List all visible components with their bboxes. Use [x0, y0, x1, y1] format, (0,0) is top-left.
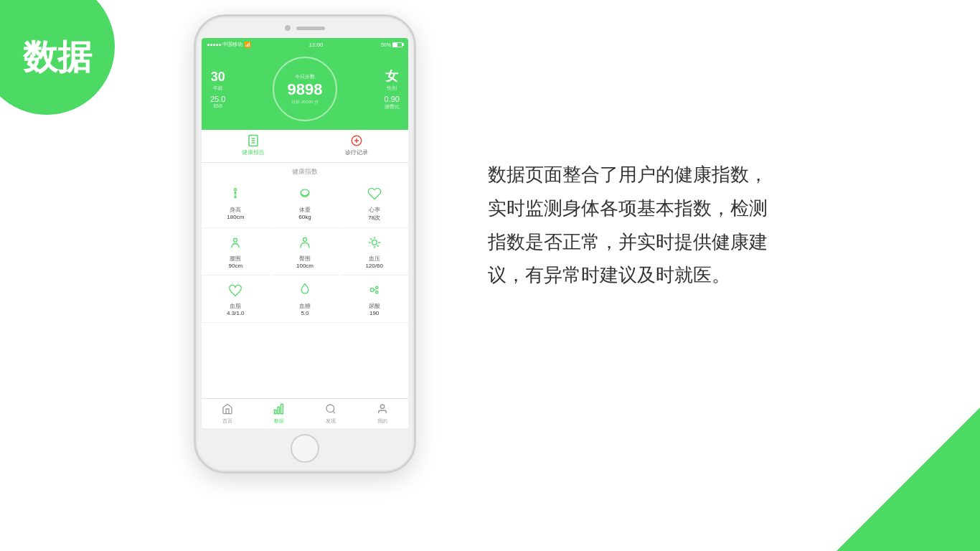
health-item-icon: [367, 187, 382, 204]
health-item-name: 体重: [299, 206, 311, 214]
tab-health-report-label: 健康报告: [242, 149, 265, 156]
nav-label: 发现: [326, 418, 336, 425]
health-item-value: 120/60: [365, 263, 382, 269]
health-item-icon: [367, 235, 382, 253]
nav-label: 首页: [222, 418, 232, 425]
badge-label: 数据: [23, 34, 92, 80]
ratio-label: 腰臀比: [385, 103, 400, 110]
health-item-name: 腰围: [230, 255, 241, 263]
health-item-icon: [228, 187, 242, 204]
bmi-label: BMI: [213, 103, 222, 108]
svg-point-4: [234, 238, 237, 242]
phone-camera: [285, 25, 291, 31]
tab-medical-records[interactable]: 诊疗记录: [305, 130, 408, 162]
app-tabs: 健康报告 诊疗记录: [202, 130, 408, 163]
steps-target: 目标 20000 步: [291, 99, 319, 105]
health-item-value: 60kg: [298, 214, 311, 220]
health-item-value: 100cm: [296, 263, 314, 269]
phone-top-bar: [285, 25, 325, 31]
description-block: 数据页面整合了用户的健康指数，实时监测身体各项基本指数，检测指数是否正常，并实时…: [488, 158, 847, 292]
health-item-name: 身高: [230, 206, 241, 214]
health-item-name: 尿酸: [369, 302, 380, 310]
app-header: 30 年龄 25.0 BMI 今日步数 9898 目标 20000 步 女: [202, 51, 408, 130]
steps-today-label: 今日步数: [295, 73, 315, 80]
decorative-triangle: [837, 408, 980, 551]
svg-point-14: [380, 405, 384, 408]
ratio-value: 0.90: [385, 95, 400, 103]
svg-point-5: [303, 237, 306, 241]
stat-age: 30 年龄 25.0 BMI: [210, 70, 225, 108]
status-bar: 中国移动 📶 12:00 50%: [202, 38, 408, 51]
svg-point-6: [372, 240, 377, 245]
health-item-value: 4.3/1.0: [227, 310, 244, 316]
description-text: 数据页面整合了用户的健康指数，实时监测身体各项基本指数，检测指数是否正常，并实时…: [488, 158, 847, 292]
phone-screen: 中国移动 📶 12:00 50% 30 年龄: [202, 38, 408, 428]
health-item[interactable]: 身高 180cm: [202, 181, 270, 228]
health-item-icon: [228, 283, 242, 301]
home-button[interactable]: [291, 434, 319, 463]
nav-item-我的[interactable]: 我的: [357, 399, 408, 428]
phone-speaker: [296, 27, 325, 30]
status-time: 12:00: [308, 42, 323, 48]
nav-label: 数据: [274, 418, 284, 425]
age-value: 30: [211, 70, 225, 85]
health-item-icon: [298, 187, 312, 204]
nav-item-发现[interactable]: 发现: [305, 399, 357, 428]
health-item-icon: [298, 283, 312, 301]
tab-medical-records-label: 诊疗记录: [345, 149, 368, 156]
svg-rect-12: [281, 404, 283, 413]
nav-icon: [325, 403, 336, 417]
signal-dots: [207, 44, 221, 46]
health-item[interactable]: 体重 60kg: [271, 181, 339, 228]
health-item[interactable]: 腰围 90cm: [202, 230, 270, 276]
svg-point-13: [326, 405, 334, 413]
carrier-name: 中国移动: [222, 41, 242, 48]
nav-icon: [377, 403, 388, 417]
svg-point-7: [370, 288, 374, 292]
battery-percent: 50%: [381, 42, 391, 47]
health-section-title: 健康指数: [202, 167, 408, 176]
nav-icon: [273, 403, 285, 417]
nav-label: 我的: [377, 418, 387, 425]
tab-health-report[interactable]: 健康报告: [202, 130, 305, 162]
health-item-name: 血脂: [230, 302, 241, 310]
health-item[interactable]: 尿酸 190: [340, 277, 408, 323]
svg-rect-11: [278, 407, 280, 413]
health-item[interactable]: 血糖 5.0: [271, 277, 339, 323]
nav-item-首页[interactable]: 首页: [202, 399, 253, 428]
age-label: 年龄: [213, 85, 223, 92]
gender-value: 女: [385, 67, 398, 85]
phone-shell: 中国移动 📶 12:00 50% 30 年龄: [194, 14, 416, 474]
health-item-value: 180cm: [227, 214, 244, 220]
bmi-value: 25.0: [210, 95, 225, 103]
health-item-value: 90cm: [229, 263, 243, 269]
health-item-name: 血压: [369, 255, 380, 263]
header-stats: 30 年龄 25.0 BMI 今日步数 9898 目标 20000 步 女: [210, 57, 400, 121]
status-right: 50%: [381, 42, 402, 47]
health-grid: 身高 180cm 体重 60kg 心率 78次 腰围 90cm 臀围 100cm…: [202, 181, 408, 323]
health-item[interactable]: 心率 78次: [340, 181, 408, 228]
health-item-icon: [367, 283, 382, 301]
svg-rect-10: [274, 410, 276, 413]
health-item-name: 臀围: [299, 255, 311, 263]
badge-circle: 数据: [0, 0, 115, 115]
nav-icon: [222, 403, 233, 417]
health-section: 健康指数 身高 180cm 体重 60kg 心率 78次 腰围 90cm 臀围 …: [202, 163, 408, 327]
nav-item-数据[interactable]: 数据: [253, 399, 305, 428]
health-item-value: 5.0: [301, 310, 308, 316]
svg-point-3: [301, 189, 309, 195]
steps-value: 9898: [288, 80, 323, 99]
health-item-value: 78次: [368, 214, 380, 222]
health-item[interactable]: 血压 120/60: [340, 230, 408, 276]
health-item-icon: [228, 235, 242, 253]
health-item[interactable]: 臀围 100cm: [271, 230, 339, 276]
health-item-name: 血糖: [299, 302, 311, 310]
stat-gender: 女 性别 0.90 腰臀比: [385, 67, 400, 110]
wifi-icon: 📶: [244, 42, 251, 48]
battery-icon: [392, 42, 402, 47]
steps-circle: 今日步数 9898 目标 20000 步: [273, 57, 337, 121]
gender-label: 性别: [387, 85, 397, 92]
health-item[interactable]: 血脂 4.3/1.0: [202, 277, 270, 323]
health-item-name: 心率: [369, 206, 380, 214]
health-item-icon: [298, 235, 312, 253]
